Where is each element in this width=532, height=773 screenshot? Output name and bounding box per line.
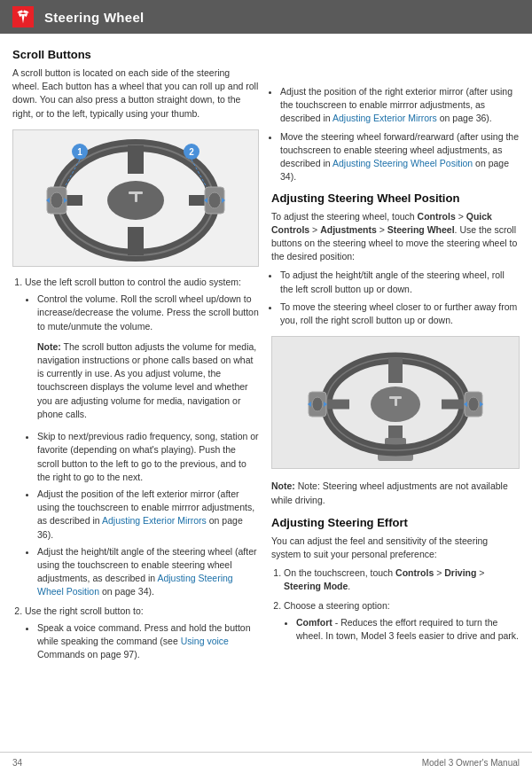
bullet-skip: Skip to next/previous radio frequency, s… (37, 430, 259, 484)
adjust-effort-heading: Adjusting Steering Effort (271, 516, 520, 529)
main-content: Scroll Buttons A scroll button is locate… (0, 34, 532, 680)
manual-title: Model 3 Owner's Manual (422, 758, 520, 768)
steering-wheel-side-image (271, 336, 520, 469)
adjusting-exterior-mirrors-link-1[interactable]: Adjusting Exterior Mirrors (102, 515, 207, 526)
bullet-voice: Speak a voice command. Press and hold th… (37, 621, 259, 662)
adjusting-steering-wheel-link-1[interactable]: Adjusting Steering Wheel Position (37, 573, 233, 597)
right-column: Adjust the position of the right exterio… (271, 48, 520, 668)
right-top-bullets: Adjust the position of the right exterio… (271, 85, 520, 184)
scroll-buttons-section: Scroll Buttons A scroll button is locate… (12, 48, 259, 121)
page-header: Steering Wheel (0, 0, 532, 34)
adjust-effort-list: On the touchscreen, touch Controls > Dri… (271, 566, 520, 643)
steering-option-bullets: Comfort - Reduces the effort required to… (284, 616, 520, 643)
bullet-mirror-right: Adjust the position of the right exterio… (280, 85, 520, 126)
svg-point-39 (468, 397, 479, 411)
svg-point-35 (312, 397, 323, 411)
adjust-position-heading: Adjusting Steering Wheel Position (271, 191, 520, 205)
adjusting-steering-wheel-link-2[interactable]: Adjusting Steering Wheel Position (332, 158, 473, 168)
list-item-1: Use the left scroll button to control th… (25, 276, 259, 599)
bullet-volume: Control the volume. Roll the scroll whee… (37, 293, 259, 425)
page-title: Steering Wheel (44, 10, 145, 25)
bullet-height-right: To adjust the height/tilt angle of the s… (280, 269, 520, 295)
steering-wheel-top-image: 1 2 (12, 129, 259, 267)
steering-adjustment-note: Note: Note: Steering wheel adjustments a… (271, 476, 520, 510)
adjust-position-section: Adjusting Steering Wheel Position To adj… (271, 191, 520, 328)
bullet-move-wheel: Move the steering wheel forward/rearward… (280, 130, 520, 184)
bullet-height-left: Adjust the height/tilt angle of the stee… (37, 545, 259, 599)
adjust-effort-intro: You can adjust the feel and sensitivity … (271, 535, 520, 561)
volume-note: Note: The scroll button adjusts the volu… (37, 337, 259, 425)
right-scroll-bullets: Speak a voice command. Press and hold th… (25, 621, 259, 662)
tesla-logo (12, 6, 34, 27)
bullet-distance: To move the steering wheel closer to or … (280, 301, 520, 327)
adjust-effort-section: Adjusting Steering Effort You can adjust… (271, 516, 520, 644)
bullet-mirror-left: Adjust the position of the left exterior… (37, 488, 259, 542)
svg-point-10 (51, 192, 63, 208)
adjust-position-bullets: To adjust the height/tilt angle of the s… (271, 269, 520, 327)
bullet-comfort: Comfort - Reduces the effort required to… (296, 616, 520, 643)
scroll-buttons-heading: Scroll Buttons (12, 48, 259, 61)
svg-text:1: 1 (77, 147, 82, 157)
svg-rect-33 (395, 396, 397, 406)
adjust-position-text: To adjust the steering wheel, touch Cont… (271, 210, 520, 264)
left-column: Scroll Buttons A scroll button is locate… (12, 48, 259, 668)
scroll-buttons-intro: A scroll button is located on each side … (12, 66, 259, 121)
scroll-button-instructions: Use the left scroll button to control th… (12, 276, 259, 662)
adjusting-exterior-mirrors-link-2[interactable]: Adjusting Exterior Mirrors (332, 113, 437, 123)
svg-text:2: 2 (189, 147, 194, 157)
page-number: 34 (12, 758, 22, 768)
effort-step-1: On the touchscreen, touch Controls > Dri… (284, 566, 520, 593)
using-voice-commands-link[interactable]: Using voice (181, 636, 229, 646)
list-item-2: Use the right scroll button to: Speak a … (25, 605, 259, 662)
left-scroll-bullets: Control the volume. Roll the scroll whee… (25, 293, 259, 599)
page-footer: 34 Model 3 Owner's Manual (0, 752, 532, 773)
svg-rect-8 (135, 191, 137, 202)
effort-step-2: Choose a steering option: Comfort - Redu… (284, 599, 520, 644)
svg-point-12 (208, 192, 221, 208)
